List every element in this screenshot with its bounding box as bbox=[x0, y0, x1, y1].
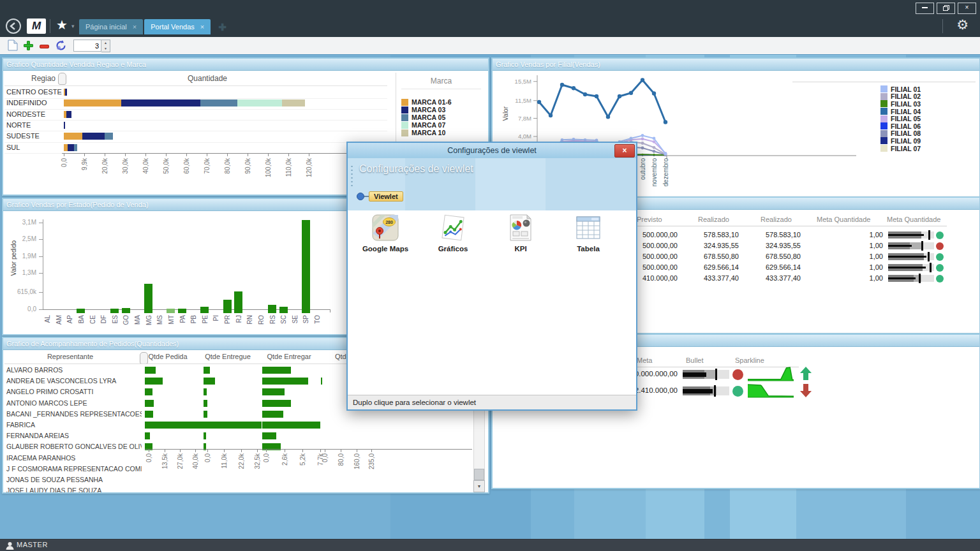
qty-bar[interactable] bbox=[321, 378, 322, 385]
state-bar-pa[interactable] bbox=[178, 309, 186, 313]
qty-bar[interactable] bbox=[145, 400, 154, 407]
scrollbar-thumb[interactable] bbox=[474, 469, 484, 480]
back-button[interactable] bbox=[5, 18, 22, 34]
qty-bar[interactable] bbox=[262, 388, 285, 395]
qty-bar[interactable] bbox=[262, 400, 291, 407]
bar-segment-marca-01-6[interactable] bbox=[64, 99, 121, 107]
tab-close-icon[interactable]: × bbox=[200, 23, 204, 31]
scroll-down-button[interactable]: ▼ bbox=[473, 480, 485, 492]
favorites-star-icon[interactable]: ★ bbox=[56, 17, 68, 33]
restore-button[interactable] bbox=[937, 3, 955, 14]
state-bar-es[interactable] bbox=[110, 309, 119, 313]
remove-button[interactable] bbox=[40, 40, 49, 51]
column-splitter-handle[interactable] bbox=[140, 352, 148, 364]
viewlet-node-label[interactable]: Viewlet bbox=[369, 191, 403, 202]
column-header-3[interactable]: Meta Quantidade bbox=[817, 216, 870, 223]
legend-item[interactable]: MARCA 07 bbox=[396, 121, 486, 129]
qty-bar[interactable] bbox=[204, 422, 261, 429]
column-header-2[interactable]: Realizado bbox=[761, 216, 792, 223]
dialog-close-button[interactable]: × bbox=[614, 144, 635, 158]
column-header-4[interactable]: Meta Quantidade bbox=[887, 216, 940, 223]
minimize-button[interactable] bbox=[916, 3, 934, 14]
drag-grip-icon[interactable] bbox=[350, 165, 353, 186]
legend-item[interactable]: FILIAL 08 bbox=[880, 130, 921, 138]
column-header-2[interactable]: Sparkline bbox=[735, 356, 764, 364]
viewlet-item-google-maps[interactable]: 280 Google Maps bbox=[357, 214, 414, 253]
state-bar-pr[interactable] bbox=[223, 300, 232, 313]
legend-item[interactable]: MARCA 10 bbox=[396, 129, 486, 136]
qty-bar[interactable] bbox=[145, 432, 150, 439]
legend-item[interactable]: MARCA 03 bbox=[396, 106, 486, 114]
state-bar-pe[interactable] bbox=[200, 307, 209, 313]
bar-segment-marca-07[interactable] bbox=[237, 99, 282, 107]
state-bar-mt[interactable] bbox=[167, 309, 175, 313]
qty-bar[interactable] bbox=[262, 367, 291, 374]
qty-bar[interactable] bbox=[145, 388, 152, 395]
qty-bar[interactable] bbox=[204, 400, 207, 407]
qty-bar[interactable] bbox=[204, 411, 207, 418]
page-count-input[interactable] bbox=[73, 40, 101, 52]
viewlet-item-charts[interactable]: Gráficos bbox=[424, 214, 482, 253]
spin-down-button[interactable]: ▼ bbox=[101, 46, 110, 52]
legend-item[interactable]: MARCA 05 bbox=[396, 114, 486, 121]
bar-segment-marca-10[interactable] bbox=[282, 99, 304, 107]
qty-bar[interactable] bbox=[204, 367, 210, 374]
qty-bar[interactable] bbox=[262, 432, 276, 439]
column-header-0[interactable]: Meta bbox=[637, 356, 652, 364]
new-tab-button[interactable]: ✚ bbox=[218, 22, 226, 33]
bar-segment-marca-03[interactable] bbox=[66, 111, 71, 118]
state-bar-rs[interactable] bbox=[268, 305, 276, 313]
state-bar-rj[interactable] bbox=[234, 291, 242, 313]
viewlet-item-table[interactable]: Tabela bbox=[560, 214, 617, 253]
qty-bar[interactable] bbox=[145, 411, 153, 418]
tab-close-icon[interactable]: × bbox=[133, 23, 137, 31]
bar-segment-marca-05[interactable] bbox=[105, 133, 113, 140]
column-header-2[interactable]: Qtde Entregue bbox=[199, 353, 256, 360]
legend-item[interactable]: FILIAL 02 bbox=[880, 93, 921, 101]
state-bar-mg[interactable] bbox=[144, 284, 152, 313]
state-bar-ba[interactable] bbox=[77, 309, 85, 313]
viewlet-item-kpi[interactable]: KPI bbox=[492, 214, 549, 253]
column-header-3[interactable]: Qtde Entregar bbox=[260, 353, 318, 360]
bar-segment-marca-05[interactable] bbox=[74, 144, 77, 151]
column-header-quantidade[interactable]: Quantidade bbox=[131, 74, 284, 83]
legend-item[interactable]: FILIAL 03 bbox=[880, 100, 921, 108]
bar-segment-marca-03[interactable] bbox=[68, 144, 74, 151]
qty-bar[interactable] bbox=[145, 367, 156, 374]
state-bar-sp[interactable] bbox=[302, 220, 310, 313]
state-bar-sc[interactable] bbox=[279, 307, 288, 313]
app-logo[interactable]: M bbox=[27, 18, 46, 34]
column-splitter-handle[interactable] bbox=[58, 73, 66, 85]
bar-segment-marca-05[interactable] bbox=[200, 99, 237, 107]
legend-item[interactable]: FILIAL 06 bbox=[880, 122, 921, 130]
qty-bar[interactable] bbox=[262, 378, 308, 385]
chevron-down-icon[interactable]: ▾ bbox=[71, 23, 75, 29]
legend-item[interactable]: FILIAL 01 bbox=[880, 85, 921, 93]
legend-item[interactable]: FILIAL 09 bbox=[880, 137, 921, 145]
tab-página-inicial[interactable]: Página inicial× bbox=[79, 19, 143, 34]
spin-up-button[interactable]: ▲ bbox=[101, 40, 110, 46]
legend-item[interactable]: FILIAL 07 bbox=[880, 145, 921, 152]
column-header-0[interactable]: Representante bbox=[16, 353, 124, 360]
add-button[interactable] bbox=[24, 41, 33, 53]
legend-item[interactable]: MARCA 01-6 bbox=[396, 98, 486, 106]
qty-bar[interactable] bbox=[204, 432, 206, 439]
new-page-button[interactable] bbox=[8, 40, 18, 54]
state-bar-go[interactable] bbox=[122, 308, 130, 313]
tab-portal-vendas[interactable]: Portal Vendas× bbox=[144, 19, 211, 34]
bar-segment-marca-03[interactable] bbox=[82, 133, 105, 140]
legend-item[interactable]: FILIAL 05 bbox=[880, 115, 921, 122]
column-header-1[interactable]: Realizado bbox=[698, 216, 729, 223]
bar-segment-marca-01-6[interactable] bbox=[64, 133, 82, 140]
qty-bar[interactable] bbox=[204, 388, 207, 395]
bar-segment-marca-03[interactable] bbox=[64, 122, 65, 129]
panel-title[interactable]: Grafico Quantidade Vendida Regiao e Marc… bbox=[3, 59, 488, 71]
column-header-0[interactable]: Previsto bbox=[637, 216, 662, 223]
qty-bar[interactable] bbox=[262, 411, 283, 418]
qty-bar[interactable] bbox=[262, 422, 320, 429]
dialog-titlebar[interactable]: Configurações de viewlet × bbox=[348, 143, 636, 158]
bar-segment-marca-03[interactable] bbox=[65, 89, 67, 96]
panel-title[interactable]: Grafico Vendas por Filial(Vendas) bbox=[493, 59, 979, 71]
bar-segment-marca-03[interactable] bbox=[121, 99, 201, 107]
refresh-button[interactable] bbox=[55, 40, 67, 54]
